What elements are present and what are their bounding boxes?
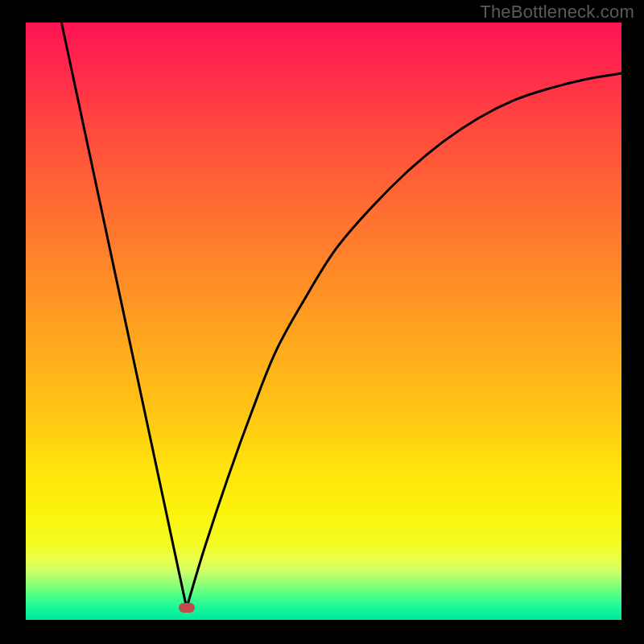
- watermark-text: TheBottleneck.com: [480, 2, 634, 23]
- curve-right-branch: [187, 73, 621, 608]
- chart-frame: TheBottleneck.com: [0, 0, 644, 644]
- curve-layer: [26, 23, 621, 620]
- plot-area: [26, 23, 621, 620]
- curve-left-branch: [61, 23, 186, 608]
- minimum-marker: [179, 603, 195, 613]
